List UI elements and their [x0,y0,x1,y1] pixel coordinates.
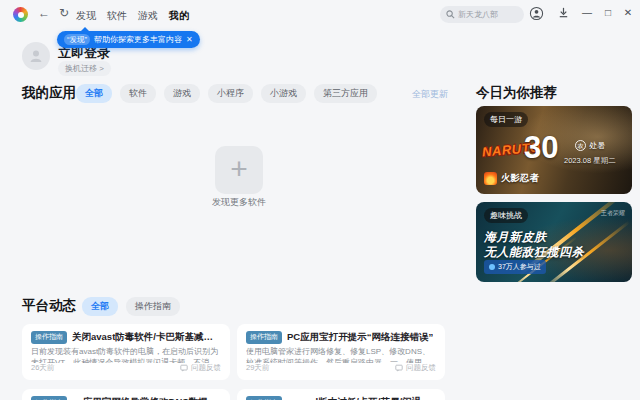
feedback-icon [180,364,188,372]
participants-count: 37万人参与过 [498,262,541,272]
add-software-tile[interactable]: + [215,146,263,194]
lunar-icon: 农 [575,140,586,151]
my-apps-filters: 全部 软件 游戏 小程序 小游戏 第三方应用 [76,84,377,103]
user-icon[interactable] [529,6,545,22]
feedback-link[interactable]: 问题反馈 [180,363,221,373]
feed-card-title: opengl版本过低/卡死/花屏/闪退，升级显卡驱动… [287,396,436,400]
feed-card-body: 使用电脑管家进行网络修复、修复LSP、修改DNS、校准系统时间等操作，然后重启路… [246,346,436,363]
guide-tag: 操作指南 [246,331,282,344]
feed-filters: 全部 操作指南 [82,297,180,316]
close-button[interactable]: ✕ [621,5,635,21]
feed-card-title: 关闭avast防毒软件/卡巴斯基减少卡顿现象 [72,331,221,344]
search-box[interactable] [440,6,524,23]
maximize-button[interactable]: □ [601,5,615,21]
update-all-link[interactable]: 全部更新 [400,88,448,101]
challenge-badge: 趣味挑战 [484,208,528,223]
daily-game-badge: 每日一游 [484,112,528,127]
guide-tag: 操作指南 [31,331,67,344]
device-migration-link[interactable]: 换机迁移 > [58,61,111,76]
feed-title: 平台动态 [22,297,76,315]
filter-minigames[interactable]: 小游戏 [261,84,306,103]
game-watermark: 王者荣耀 [601,209,625,218]
challenge-line2: 无人能敌狂揽四杀 [484,244,584,261]
back-icon[interactable]: ← [36,5,52,21]
tab-games[interactable]: 游戏 [138,9,158,23]
filter-thirdparty[interactable]: 第三方应用 [314,84,377,103]
search-input[interactable] [458,10,518,19]
feed-card-opengl[interactable]: 操作指南 opengl版本过低/卡死/花屏/闪退，升级显卡驱动… [237,389,445,400]
filter-miniprogram[interactable]: 小程序 [208,84,253,103]
avatar[interactable] [22,42,50,70]
game-icon [484,172,497,185]
participants-badge: 37万人参与过 [484,260,546,274]
challenge-card[interactable]: 趣味挑战 王者荣耀 海月新皮肤 无人能敌狂揽四杀 37万人参与过 [476,202,632,282]
feed-card-body: 日前发现装有avast防毒软件的电脑，在启动后识别为未打开VT，此种情况会导致模… [31,346,221,363]
feedback-link[interactable]: 问题反馈 [395,363,436,373]
lunar-term: 处暑 [589,140,605,151]
discover-more-label: 发现更多软件 [187,196,291,209]
guide-tag: 操作指南 [31,396,67,400]
daily-game-card[interactable]: 每日一游 NARUTO 30 农 处暑 2023.08 星期二 火影忍者 [476,106,632,194]
filter-software[interactable]: 软件 [120,84,156,103]
tooltip-close-icon[interactable]: ✕ [186,35,193,44]
discover-tooltip: “发现” 帮助你探索更多丰富内容 ✕ [57,31,200,48]
minimize-button[interactable]: — [580,5,594,21]
daily-date: 2023.08 星期二 [564,156,616,166]
plus-icon: + [230,154,248,184]
feedback-icon [395,364,403,372]
my-apps-title: 我的应用 [22,84,76,102]
guide-tag: 操作指南 [246,396,282,400]
feed-filter-guide[interactable]: 操作指南 [126,297,180,316]
filter-games[interactable]: 游戏 [164,84,200,103]
person-icon [28,48,44,64]
tab-discover[interactable]: 发现 [76,9,96,23]
recommend-title: 今日为你推荐 [476,84,557,102]
tooltip-tag: “发现” [64,34,90,45]
feedback-label: 问题反馈 [406,363,436,373]
topbar: ← ↻ 发现 软件 游戏 我的 [0,0,640,28]
tooltip-text: 帮助你探索更多丰富内容 [94,34,182,45]
feed-card-time: 26天前 [31,363,54,373]
search-icon [446,10,455,19]
daily-day-number: 30 [524,130,558,166]
feedback-label: 问题反馈 [191,363,221,373]
filter-all[interactable]: 全部 [76,84,112,103]
participants-icon [489,264,495,270]
tab-mine[interactable]: 我的 [169,9,189,23]
feed-card-network-error[interactable]: 操作指南 PC应用宝打开提示“网络连接错误” 使用电脑管家进行网络修复、修复LS… [237,324,445,380]
daily-game-name: 火影忍者 [501,172,539,185]
feed-filter-all[interactable]: 全部 [82,297,118,316]
feed-card-avast[interactable]: 操作指南 关闭avast防毒软件/卡巴斯基减少卡顿现象 日前发现装有avast防… [22,324,230,380]
refresh-icon[interactable]: ↻ [56,5,72,21]
download-icon[interactable] [557,6,573,22]
main-nav: 发现 软件 游戏 我的 [76,9,189,23]
app-window: ← ↻ 发现 软件 游戏 我的 [0,0,640,400]
feed-card-title: pc应用宝网络异常修改DNS数据 [72,396,208,400]
feed-card-dns[interactable]: 操作指南 pc应用宝网络异常修改DNS数据 [22,389,230,400]
feed-card-time: 29天前 [246,363,269,373]
app-logo-icon[interactable] [13,7,28,22]
feed-card-title: PC应用宝打开提示“网络连接错误” [287,331,433,344]
tab-software[interactable]: 软件 [107,9,127,23]
